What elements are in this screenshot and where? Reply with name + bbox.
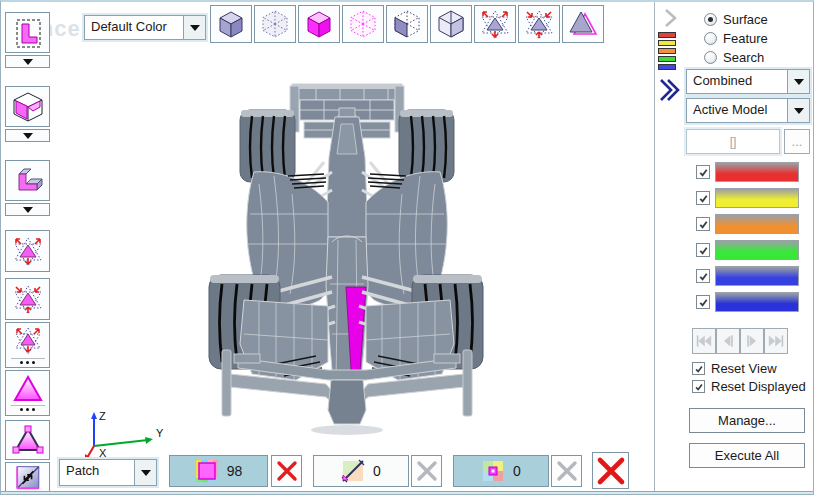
chevron-down-icon[interactable]	[134, 460, 156, 485]
chevron-down-icon[interactable]	[183, 16, 205, 39]
duplicate-triangle-icon[interactable]	[562, 5, 604, 43]
color-swatch-blue2[interactable]	[715, 292, 799, 312]
mixed-display-cube-icon[interactable]	[386, 5, 428, 43]
triangle-fill-more-icon[interactable]	[5, 370, 50, 416]
clear-line-button-disabled[interactable]	[411, 455, 442, 487]
color-mode-value: Default Color	[85, 16, 183, 39]
color-swatch-blue[interactable]	[715, 266, 799, 286]
shrink-mesh-triangle-icon[interactable]	[518, 5, 560, 43]
previous-record-icon[interactable]	[716, 328, 740, 354]
clear-patch-button[interactable]	[271, 455, 302, 487]
select-face-icon[interactable]	[5, 12, 50, 53]
legend-orange	[658, 48, 676, 54]
radio-search[interactable]: Search	[704, 50, 764, 65]
manage-button[interactable]: Manage...	[689, 408, 805, 433]
active-model-dropdown[interactable]: Active Model	[686, 98, 810, 123]
model-canvas[interactable]	[54, 44, 650, 454]
delete-all-button[interactable]	[592, 452, 629, 489]
radio-icon[interactable]	[704, 13, 717, 26]
swatch-checkbox[interactable]	[696, 295, 710, 309]
line-counter[interactable]: 0	[313, 455, 409, 487]
chevron-down-icon[interactable]	[787, 99, 809, 122]
reset-view-checkbox[interactable]	[692, 362, 705, 375]
filter-input[interactable]: []	[686, 129, 780, 154]
color-swatch-orange[interactable]	[715, 214, 799, 234]
legend-red	[658, 32, 676, 38]
reset-view-option[interactable]: Reset View	[692, 361, 777, 376]
line-count: 0	[373, 463, 381, 479]
hidden-line-cube-icon[interactable]	[254, 5, 296, 43]
record-navigation	[692, 328, 788, 354]
color-mode-dropdown[interactable]: Default Color	[84, 15, 206, 40]
color-swatch-red[interactable]	[715, 162, 799, 182]
grow-selection-icon[interactable]	[5, 230, 50, 272]
manage-label: Manage...	[718, 413, 776, 428]
first-record-icon[interactable]	[692, 328, 716, 354]
axis-y-label: Y	[156, 427, 164, 439]
triangle-vertices-icon[interactable]	[5, 420, 50, 460]
color-swatch-green[interactable]	[715, 240, 799, 260]
clear-point-button-disabled[interactable]	[551, 455, 582, 487]
legend-yellow	[658, 40, 676, 46]
execute-all-label: Execute All	[715, 448, 779, 463]
section-cube-dropdown[interactable]	[5, 129, 50, 142]
wireframe-cube-icon[interactable]	[430, 5, 472, 43]
point-icon	[481, 459, 505, 483]
browse-button[interactable]: ...	[784, 129, 810, 154]
point-count: 0	[513, 463, 521, 479]
shrink-selection-icon[interactable]	[5, 278, 50, 320]
shaded-highlight-cube-icon[interactable]	[298, 5, 340, 43]
last-record-icon[interactable]	[764, 328, 788, 354]
swatch-checkbox[interactable]	[696, 269, 710, 283]
swatch-checkbox[interactable]	[696, 191, 710, 205]
next-record-icon[interactable]	[740, 328, 764, 354]
swap-orientation-icon[interactable]	[5, 462, 50, 493]
entity-type-dropdown[interactable]: Patch	[59, 459, 157, 486]
combined-dropdown[interactable]: Combined	[686, 69, 810, 94]
collapse-chevron-icon[interactable]	[661, 8, 679, 28]
chevron-down-icon[interactable]	[787, 70, 809, 93]
patch-counter[interactable]: 98	[169, 455, 268, 487]
patch-count: 98	[227, 463, 243, 479]
section-cube-icon[interactable]	[5, 86, 50, 127]
grow-mesh-triangle-icon[interactable]	[474, 5, 516, 43]
point-counter[interactable]: 0	[453, 455, 549, 487]
radio-surface-label: Surface	[723, 12, 768, 27]
radio-surface[interactable]: Surface	[704, 12, 768, 27]
select-face-dropdown[interactable]	[5, 55, 50, 68]
entity-type-value: Patch	[60, 460, 134, 485]
swatch-checkbox[interactable]	[696, 165, 710, 179]
line-icon	[341, 459, 365, 483]
swatch-checkbox[interactable]	[696, 217, 710, 231]
radio-feature-label: Feature	[723, 31, 768, 46]
axis-z-label: Z	[99, 410, 106, 422]
radio-search-label: Search	[723, 50, 764, 65]
legend-green	[658, 56, 676, 62]
shaded-cube-icon[interactable]	[210, 5, 252, 43]
task-panel: Surface Feature Search Combined Active M…	[654, 2, 814, 495]
hidden-line-highlight-cube-icon[interactable]	[342, 5, 384, 43]
solid-bracket-dropdown[interactable]	[5, 203, 50, 216]
swatch-checkbox[interactable]	[696, 243, 710, 257]
browse-label: ...	[792, 134, 803, 149]
radio-icon[interactable]	[704, 51, 717, 64]
active-model-value: Active Model	[687, 99, 787, 122]
expand-double-chevron-icon[interactable]	[657, 78, 683, 102]
reset-view-label: Reset View	[711, 361, 777, 376]
reset-displayed-label: Reset Displayed	[711, 379, 806, 394]
filter-value: []	[730, 135, 737, 149]
radio-feature[interactable]: Feature	[704, 31, 768, 46]
execute-all-button[interactable]: Execute All	[689, 443, 805, 468]
reset-displayed-option[interactable]: Reset Displayed	[692, 379, 806, 394]
radio-icon[interactable]	[704, 32, 717, 45]
combined-value: Combined	[687, 70, 787, 93]
solid-bracket-icon[interactable]	[5, 160, 50, 201]
model-viewport[interactable]: Z Y X	[54, 44, 654, 456]
axis-triad: Z Y X	[74, 406, 174, 462]
status-strip	[1, 491, 813, 495]
grow-selection-more-icon[interactable]	[5, 322, 50, 368]
axis-x-label: X	[99, 447, 107, 459]
color-swatch-yellow[interactable]	[715, 188, 799, 208]
patch-icon	[195, 459, 219, 483]
reset-displayed-checkbox[interactable]	[692, 380, 705, 393]
